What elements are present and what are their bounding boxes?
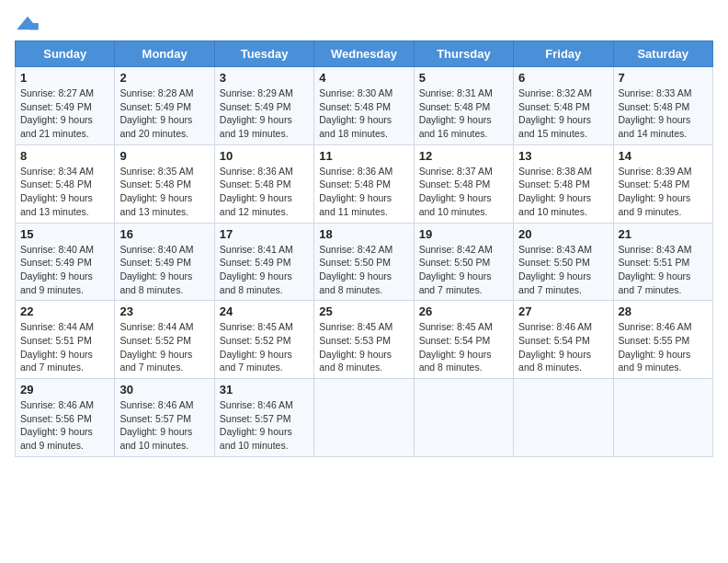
day-info: Sunrise: 8:42 AMSunset: 5:50 PMDaylight:… [319,244,392,295]
table-row: 22 Sunrise: 8:44 AMSunset: 5:51 PMDaylig… [16,301,115,379]
table-row: 11 Sunrise: 8:36 AMSunset: 5:48 PMDaylig… [314,144,414,223]
day-number: 10 [220,149,309,163]
day-info: Sunrise: 8:44 AMSunset: 5:51 PMDaylight:… [20,321,94,373]
day-info: Sunrise: 8:41 AMSunset: 5:49 PMDaylight:… [220,244,293,295]
day-number: 29 [20,383,109,396]
day-info: Sunrise: 8:40 AMSunset: 5:49 PMDaylight:… [20,244,94,295]
day-number: 26 [419,304,508,318]
day-info: Sunrise: 8:45 AMSunset: 5:54 PMDaylight:… [419,321,493,373]
col-friday: Friday [514,41,613,67]
day-number: 16 [119,227,209,241]
day-number: 28 [619,304,708,318]
table-row: 20 Sunrise: 8:43 AMSunset: 5:50 PMDaylig… [514,223,613,301]
day-number: 11 [319,149,408,163]
table-row: 3 Sunrise: 8:29 AMSunset: 5:49 PMDayligh… [214,67,313,145]
table-row: 31 Sunrise: 8:46 AMSunset: 5:57 PMDaylig… [214,379,313,457]
day-info: Sunrise: 8:35 AMSunset: 5:48 PMDaylight:… [119,166,193,217]
day-info: Sunrise: 8:46 AMSunset: 5:57 PMDaylight:… [119,399,193,451]
table-row [613,379,712,457]
day-info: Sunrise: 8:31 AMSunset: 5:48 PMDaylight:… [419,87,493,139]
day-info: Sunrise: 8:33 AMSunset: 5:48 PMDaylight:… [619,87,692,139]
day-info: Sunrise: 8:40 AMSunset: 5:49 PMDaylight:… [119,244,193,295]
table-row: 29 Sunrise: 8:46 AMSunset: 5:56 PMDaylig… [16,379,115,457]
day-number: 13 [518,149,608,163]
day-number: 8 [20,149,109,163]
day-info: Sunrise: 8:39 AMSunset: 5:48 PMDaylight:… [619,166,692,217]
col-tuesday: Tuesday [214,41,313,67]
day-info: Sunrise: 8:30 AMSunset: 5:48 PMDaylight:… [319,87,392,139]
table-row: 12 Sunrise: 8:37 AMSunset: 5:48 PMDaylig… [414,144,513,223]
day-number: 19 [419,227,508,241]
day-info: Sunrise: 8:27 AMSunset: 5:49 PMDaylight:… [20,87,94,139]
day-info: Sunrise: 8:46 AMSunset: 5:54 PMDaylight:… [518,321,592,373]
day-number: 7 [619,71,708,85]
table-row: 18 Sunrise: 8:42 AMSunset: 5:50 PMDaylig… [314,223,414,301]
table-row: 26 Sunrise: 8:45 AMSunset: 5:54 PMDaylig… [414,301,513,379]
table-row: 16 Sunrise: 8:40 AMSunset: 5:49 PMDaylig… [115,223,214,301]
day-info: Sunrise: 8:46 AMSunset: 5:57 PMDaylight:… [220,399,293,451]
table-row: 5 Sunrise: 8:31 AMSunset: 5:48 PMDayligh… [414,67,513,145]
day-info: Sunrise: 8:45 AMSunset: 5:52 PMDaylight:… [220,321,293,373]
day-number: 30 [119,383,209,396]
day-number: 5 [419,71,508,85]
day-info: Sunrise: 8:43 AMSunset: 5:50 PMDaylight:… [518,244,592,295]
day-info: Sunrise: 8:43 AMSunset: 5:51 PMDaylight:… [619,244,692,295]
calendar-week-row: 1 Sunrise: 8:27 AMSunset: 5:49 PMDayligh… [16,67,713,145]
table-row: 13 Sunrise: 8:38 AMSunset: 5:48 PMDaylig… [514,144,613,223]
table-row: 4 Sunrise: 8:30 AMSunset: 5:48 PMDayligh… [314,67,414,145]
day-number: 2 [119,71,209,85]
table-row: 10 Sunrise: 8:36 AMSunset: 5:48 PMDaylig… [214,144,313,223]
table-row: 21 Sunrise: 8:43 AMSunset: 5:51 PMDaylig… [613,223,712,301]
calendar-week-row: 22 Sunrise: 8:44 AMSunset: 5:51 PMDaylig… [16,301,713,379]
day-number: 17 [220,227,309,241]
svg-rect-1 [30,23,39,29]
page-header [15,15,713,33]
day-info: Sunrise: 8:46 AMSunset: 5:55 PMDaylight:… [619,321,692,373]
logo [15,15,42,33]
day-info: Sunrise: 8:45 AMSunset: 5:53 PMDaylight:… [319,321,392,373]
day-info: Sunrise: 8:29 AMSunset: 5:49 PMDaylight:… [220,87,293,139]
calendar-header-row: Sunday Monday Tuesday Wednesday Thursday… [16,41,713,67]
table-row: 8 Sunrise: 8:34 AMSunset: 5:48 PMDayligh… [16,144,115,223]
table-row [314,379,414,457]
day-number: 25 [319,304,408,318]
table-row: 1 Sunrise: 8:27 AMSunset: 5:49 PMDayligh… [16,67,115,145]
day-info: Sunrise: 8:44 AMSunset: 5:52 PMDaylight:… [119,321,193,373]
col-monday: Monday [115,41,214,67]
day-number: 27 [518,304,608,318]
calendar-table: Sunday Monday Tuesday Wednesday Thursday… [15,40,713,457]
table-row: 24 Sunrise: 8:45 AMSunset: 5:52 PMDaylig… [214,301,313,379]
day-info: Sunrise: 8:36 AMSunset: 5:48 PMDaylight:… [220,166,293,217]
table-row: 2 Sunrise: 8:28 AMSunset: 5:49 PMDayligh… [115,67,214,145]
col-sunday: Sunday [16,41,115,67]
day-info: Sunrise: 8:42 AMSunset: 5:50 PMDaylight:… [419,244,493,295]
day-number: 18 [319,227,408,241]
table-row: 19 Sunrise: 8:42 AMSunset: 5:50 PMDaylig… [414,223,513,301]
day-number: 1 [20,71,109,85]
day-number: 22 [20,304,109,318]
col-saturday: Saturday [613,41,712,67]
day-info: Sunrise: 8:46 AMSunset: 5:56 PMDaylight:… [20,399,94,451]
day-info: Sunrise: 8:28 AMSunset: 5:49 PMDaylight:… [119,87,193,139]
table-row: 7 Sunrise: 8:33 AMSunset: 5:48 PMDayligh… [613,67,712,145]
day-number: 20 [518,227,608,241]
calendar-week-row: 8 Sunrise: 8:34 AMSunset: 5:48 PMDayligh… [16,144,713,223]
table-row: 28 Sunrise: 8:46 AMSunset: 5:55 PMDaylig… [613,301,712,379]
day-info: Sunrise: 8:32 AMSunset: 5:48 PMDaylight:… [518,87,592,139]
table-row: 25 Sunrise: 8:45 AMSunset: 5:53 PMDaylig… [314,301,414,379]
table-row: 23 Sunrise: 8:44 AMSunset: 5:52 PMDaylig… [115,301,214,379]
calendar-week-row: 29 Sunrise: 8:46 AMSunset: 5:56 PMDaylig… [16,379,713,457]
day-number: 12 [419,149,508,163]
day-number: 14 [619,149,708,163]
day-number: 15 [20,227,109,241]
day-number: 4 [319,71,408,85]
logo-icon [15,15,40,33]
day-number: 21 [619,227,708,241]
day-number: 23 [119,304,209,318]
day-info: Sunrise: 8:38 AMSunset: 5:48 PMDaylight:… [518,166,592,217]
day-info: Sunrise: 8:36 AMSunset: 5:48 PMDaylight:… [319,166,392,217]
table-row: 15 Sunrise: 8:40 AMSunset: 5:49 PMDaylig… [16,223,115,301]
col-thursday: Thursday [414,41,513,67]
day-info: Sunrise: 8:37 AMSunset: 5:48 PMDaylight:… [419,166,493,217]
table-row: 17 Sunrise: 8:41 AMSunset: 5:49 PMDaylig… [214,223,313,301]
